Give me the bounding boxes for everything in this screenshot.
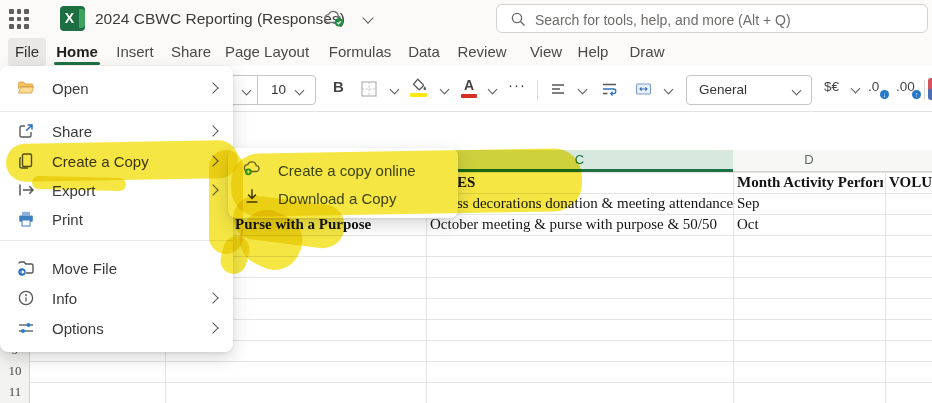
cell-header-volun[interactable]: VOLUN [889, 172, 932, 193]
font-name-dropdown-icon[interactable] [242, 86, 252, 96]
increase-decimal-arrow-icon: ↑ [912, 90, 921, 99]
number-format-dropdown-icon [792, 86, 802, 96]
file-menu-item-export[interactable]: Export [0, 175, 233, 205]
search-box[interactable] [496, 4, 928, 33]
toolbar-divider [537, 80, 538, 100]
cell-c3[interactable]: October meeting & purse with purpose & 5… [430, 214, 717, 235]
column-letter-c: C [575, 152, 584, 167]
submenu-item-create-copy-online[interactable]: Create a copy online [228, 156, 458, 184]
grid-line-col-d-e [885, 172, 886, 403]
file-menu-item-options[interactable]: Options [0, 313, 233, 343]
file-menu-item-create-a-copy[interactable]: Create a Copy [0, 146, 233, 176]
submenu-chevron-icon [207, 322, 218, 333]
submenu-chevron-icon [207, 184, 218, 195]
borders-dropdown-icon[interactable] [390, 85, 400, 95]
conditional-formatting-icon[interactable] [928, 78, 932, 100]
menu-review[interactable]: Review [456, 38, 508, 66]
column-header-d[interactable]: D [733, 150, 885, 172]
submenu-item-download-a-copy[interactable]: Download a Copy [228, 184, 458, 212]
title-dropdown-chevron-icon[interactable] [362, 12, 373, 23]
menu-divider [0, 240, 233, 241]
active-tab-indicator [54, 62, 100, 65]
font-size-dropdown-icon[interactable] [295, 86, 305, 96]
menu-divider [0, 111, 233, 112]
number-format-value: General [699, 76, 747, 104]
menu-data[interactable]: Data [404, 38, 444, 66]
menu-view[interactable]: View [526, 38, 566, 66]
submenu-chevron-icon [207, 155, 218, 166]
printer-icon [16, 209, 36, 229]
menu-help[interactable]: Help [574, 38, 612, 66]
app-launcher-waffle-icon[interactable] [9, 9, 29, 29]
cell-d3[interactable]: Oct [737, 214, 759, 235]
row-header-11[interactable]: 11 [0, 381, 30, 402]
move-file-icon [16, 258, 36, 278]
currency-format-button[interactable]: $€ [824, 79, 839, 94]
menu-draw[interactable]: Draw [626, 38, 668, 66]
fill-color-dropdown-icon[interactable] [440, 85, 450, 95]
menu-page-layout[interactable]: Page Layout [224, 38, 310, 66]
search-icon [510, 11, 527, 32]
decrease-decimal-arrow-icon: ↓ [880, 90, 889, 99]
submenu-chevron-icon [207, 125, 218, 136]
font-color-icon[interactable]: A [461, 77, 477, 93]
font-size-value[interactable]: 10 [271, 76, 286, 104]
currency-dropdown-icon[interactable] [851, 84, 861, 94]
number-format-select[interactable]: General [686, 75, 812, 105]
menu-bar: File Home Insert Share Page Layout Formu… [0, 38, 932, 66]
search-input[interactable] [533, 6, 921, 33]
file-menu-item-info[interactable]: Info [0, 283, 233, 313]
menu-file[interactable]: File [8, 38, 46, 66]
create-copy-submenu-panel: Create a copy online Download a Copy [228, 148, 458, 218]
file-menu-item-open[interactable]: Open [0, 73, 233, 103]
submenu-chevron-icon [207, 292, 218, 303]
excel-web-app: C D 9 10 11 ES Month Activity Performed … [0, 0, 932, 403]
menu-share[interactable]: Share [168, 38, 214, 66]
export-icon [16, 180, 36, 200]
title-bar: X 2024 CBWC Reporting (Responses) [0, 0, 932, 38]
document-title[interactable]: 2024 CBWC Reporting (Responses) [95, 0, 345, 38]
submenu-chevron-icon [207, 82, 218, 93]
cloud-saved-check-icon[interactable] [322, 8, 347, 33]
fill-color-icon[interactable] [410, 77, 428, 98]
toolbar-divider [924, 80, 925, 100]
file-menu-item-move-file[interactable]: Move File [0, 253, 233, 283]
cell-header-fragment[interactable]: ES [457, 172, 475, 193]
download-icon [242, 186, 264, 210]
bold-button[interactable]: B [333, 78, 344, 95]
menu-formulas[interactable]: Formulas [326, 38, 394, 66]
wrap-text-icon[interactable] [600, 80, 619, 102]
menu-insert[interactable]: Insert [112, 38, 158, 66]
file-menu-item-print[interactable]: Print [0, 204, 233, 234]
group-divider [257, 76, 258, 104]
copy-icon [16, 151, 36, 171]
align-icon[interactable] [549, 80, 567, 102]
excel-logo-icon[interactable]: X [60, 6, 85, 31]
borders-icon[interactable] [360, 80, 378, 102]
more-font-options-button[interactable]: ··· [508, 76, 526, 93]
row-header-10[interactable]: 10 [0, 360, 30, 381]
cell-c2[interactable]: ss decorations donation & meeting attend… [457, 193, 733, 214]
file-menu-item-share[interactable]: Share [0, 116, 233, 146]
cell-d2[interactable]: Sep [737, 193, 760, 214]
column-letter-d: D [804, 152, 813, 167]
merge-cells-icon[interactable] [634, 80, 653, 102]
cloud-add-icon [242, 158, 264, 182]
folder-open-icon [16, 78, 36, 98]
options-icon [16, 318, 36, 338]
column-header-c[interactable]: C [426, 150, 733, 172]
font-color-dropdown-icon[interactable] [488, 85, 498, 95]
file-menu-panel: Open Share Create a Copy Export Print [0, 66, 233, 352]
column-header-e[interactable] [885, 150, 932, 172]
decrease-decimal-button[interactable]: .0 [868, 79, 879, 94]
share-icon [16, 121, 36, 141]
cell-header-month[interactable]: Month Activity Performed [737, 172, 883, 193]
info-icon [16, 288, 36, 308]
merge-dropdown-icon[interactable] [664, 85, 674, 95]
align-dropdown-icon[interactable] [578, 85, 588, 95]
